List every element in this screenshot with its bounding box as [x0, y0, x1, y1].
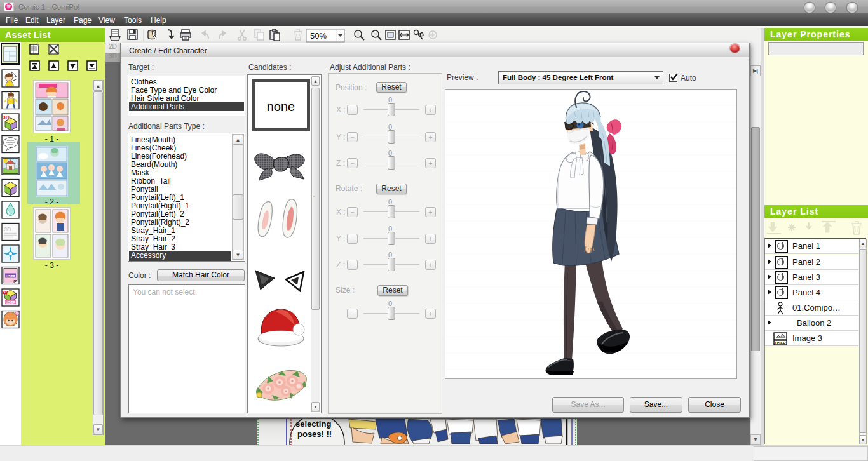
- svg-text:USER: USER: [6, 300, 15, 304]
- svg-text:50%: 50%: [310, 31, 327, 41]
- svg-text:selecting: selecting: [295, 419, 331, 429]
- svg-text:USER: USER: [6, 274, 15, 278]
- svg-text:poses! !!: poses! !!: [297, 429, 332, 439]
- svg-text:USER: USER: [775, 341, 786, 345]
- svg-text:3D: 3D: [2, 290, 8, 295]
- svg-text:3D: 3D: [3, 114, 10, 121]
- svg-text:3D: 3D: [4, 226, 11, 232]
